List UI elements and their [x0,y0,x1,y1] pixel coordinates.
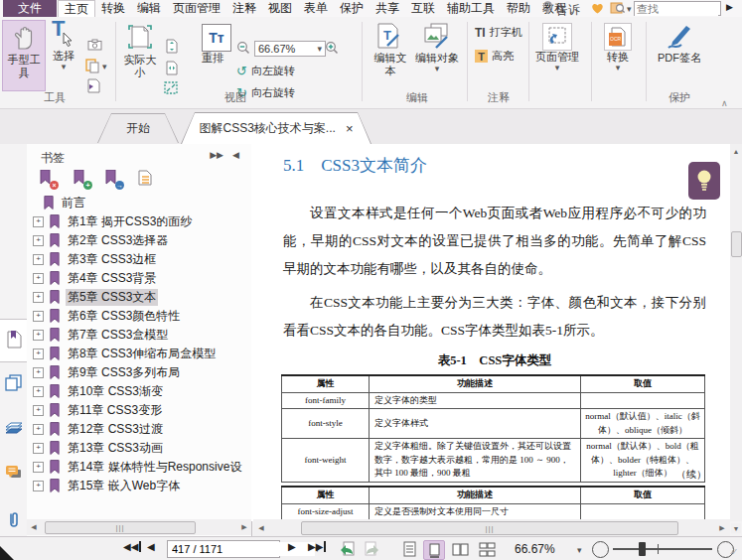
bookmark-item-13[interactable]: +第13章 CSS3动画 [27,439,251,458]
menu-item-5[interactable]: 视图 [262,0,298,17]
snapshot-icon[interactable] [87,39,102,51]
expander-icon[interactable]: + [33,443,44,454]
expander-icon[interactable]: + [33,462,44,473]
tab-close-icon[interactable]: × [346,121,354,136]
add-bookmark-button[interactable]: + [73,170,89,188]
bookmark-label[interactable]: 第2章 CSS3选择器 [66,232,170,249]
goto-bookmark-button[interactable]: → [104,170,121,188]
highlight-button[interactable]: T 高亮 [475,49,514,64]
fit-width-icon[interactable] [165,39,179,54]
bookmark-label[interactable]: 第9章 CSS3多列布局 [66,364,182,381]
menu-item-9[interactable]: 互联 [405,0,441,17]
menu-item-2[interactable]: 编辑 [131,0,167,17]
single-page-view-button[interactable] [423,540,445,560]
vscroll-thumb[interactable] [731,231,742,257]
attachments-panel-icon[interactable] [3,508,24,529]
zoom-out-button[interactable] [592,541,609,558]
convert-button[interactable]: OCR 转换 ▾ [596,20,640,89]
last-page-button[interactable]: ▶▶ [308,541,326,552]
zoom-in-icon[interactable] [325,41,339,55]
outline-options-button[interactable] [138,170,155,188]
menu-item-0[interactable]: 主页 [58,0,95,17]
bookmark-item-2[interactable]: +第2章 CSS3选择器 [27,231,251,250]
expander-icon[interactable]: + [33,235,44,246]
comments-panel-icon[interactable] [3,462,24,483]
vscrollbar[interactable]: ▲ [730,144,742,521]
continuous-view-button[interactable] [477,540,497,558]
bookmark-item-6[interactable]: +第6章 CSS3颜色特性 [27,307,251,326]
expander-icon[interactable]: + [33,367,44,378]
panel-hscroll-thumb[interactable]: ||| [45,521,196,534]
edit-object-button[interactable]: 编辑对象 ▾ [415,20,459,89]
bookmark-label[interactable]: 第7章 CSS3盒模型 [66,327,170,344]
heart-icon[interactable] [590,1,605,15]
bookmark-item-3[interactable]: +第3章 CSS3边框 [27,250,251,269]
panel-corner-arrow[interactable] [0,546,14,560]
expander-icon[interactable]: + [33,330,44,341]
bookmark-label[interactable]: 第15章 嵌入Web字体 [66,478,182,494]
bookmark-item-1[interactable]: +第1章 揭开CSS3的面纱 [27,212,251,231]
bookmark-item-15[interactable]: +第15章 嵌入Web字体 [27,477,251,495]
expander-icon[interactable]: + [33,405,44,416]
expander-icon[interactable]: + [33,273,44,284]
bookmark-label[interactable]: 第8章 CSS3伸缩布局盒模型 [66,346,218,362]
delete-bookmark-button[interactable]: × [39,170,56,188]
bookmark-label[interactable]: 前言 [60,195,87,211]
bookmark-item-10[interactable]: +第10章 CSS3渐变 [27,382,251,401]
bookmarks-panel-icon[interactable] [3,329,24,350]
fit-visible-icon[interactable] [163,80,179,95]
menu-item-3[interactable]: 页面管理 [167,0,226,17]
bookmark-item-4[interactable]: +第4章 CSS3背景 [27,269,251,288]
zoom-out-icon[interactable] [236,41,250,55]
vscroll-up-icon[interactable]: ▲ [731,146,741,156]
panel-hscroll-right-icon[interactable]: ▶ [239,522,249,532]
tab-document[interactable]: 图解CSS3核心技术与案... × [181,112,371,144]
bookmark-label[interactable]: 第12章 CSS3过渡 [66,421,165,438]
bookmark-item-14[interactable]: +第14章 媒体特性与Responsive设 [27,458,251,477]
rotate-left-button[interactable]: ↺ 向左旋转 [236,64,295,78]
edit-text-button[interactable]: T 编辑文本 [370,20,411,89]
bookmark-label[interactable]: 第5章 CSS3文本 [66,289,158,306]
find-scope-icon[interactable] [610,1,626,15]
panel-hscroll-left-icon[interactable]: ◀ [29,522,39,532]
bookmark-item-11[interactable]: +第11章 CSS3变形 [27,401,251,420]
reading-mode-icon[interactable] [402,541,417,557]
expander-icon[interactable]: + [33,481,44,491]
bookmark-label[interactable]: 第11章 CSS3变形 [66,402,164,419]
pdf-sign-button[interactable]: PDF签名 [654,20,705,89]
next-view-icon[interactable] [364,541,379,557]
menubar-overflow-icon[interactable]: ▶ [726,2,733,12]
lightbulb-icon[interactable] [541,1,554,15]
reflow-button[interactable]: Tт 重排 [191,20,234,89]
first-page-button[interactable]: ◀◀ [123,541,141,552]
expander-icon[interactable]: + [33,292,44,303]
menu-item-6[interactable]: 表单 [298,0,334,17]
collapse-ribbon-icon[interactable]: ∧ [721,98,728,108]
menu-item-1[interactable]: 转换 [95,0,131,17]
next-page-button[interactable]: ▶ [288,541,296,552]
pages-panel-icon[interactable] [3,372,24,393]
zoom-slider-thumb[interactable] [639,542,646,556]
facing-view-button[interactable] [450,540,470,558]
bookmark-label[interactable]: 第13章 CSS3动画 [66,440,165,457]
menu-item-7[interactable]: 保护 [334,0,370,17]
page-manage-button[interactable]: 页面管理 ▾ [533,20,581,89]
expander-icon[interactable]: + [33,254,44,265]
actual-size-button[interactable]: 实际大小 [120,20,160,89]
expander-icon[interactable]: + [33,311,44,322]
find-scope-caret-icon[interactable]: ▾ [627,5,632,13]
clipboard-icon[interactable] [85,59,100,73]
previous-view-icon[interactable] [340,541,356,557]
expander-icon[interactable]: + [33,424,44,435]
menu-item-4[interactable]: 注释 [226,0,262,17]
hscroll-left-icon[interactable]: ◀ [256,523,266,533]
bookmark-label[interactable]: 第3章 CSS3边框 [66,251,158,268]
menu-item-8[interactable]: 共享 [370,0,405,17]
hand-tool-button[interactable]: 手型工具 [2,20,46,91]
bookmark-item-9[interactable]: +第9章 CSS3多列布局 [27,363,251,382]
bookmark-label[interactable]: 第6章 CSS3颜色特性 [66,308,182,325]
layers-panel-icon[interactable] [3,416,24,437]
statusbar-zoom-caret-icon[interactable]: ▾ [577,546,582,554]
bookmark-page-icon[interactable] [87,78,100,93]
file-menu-button[interactable]: 文件 [3,0,57,17]
